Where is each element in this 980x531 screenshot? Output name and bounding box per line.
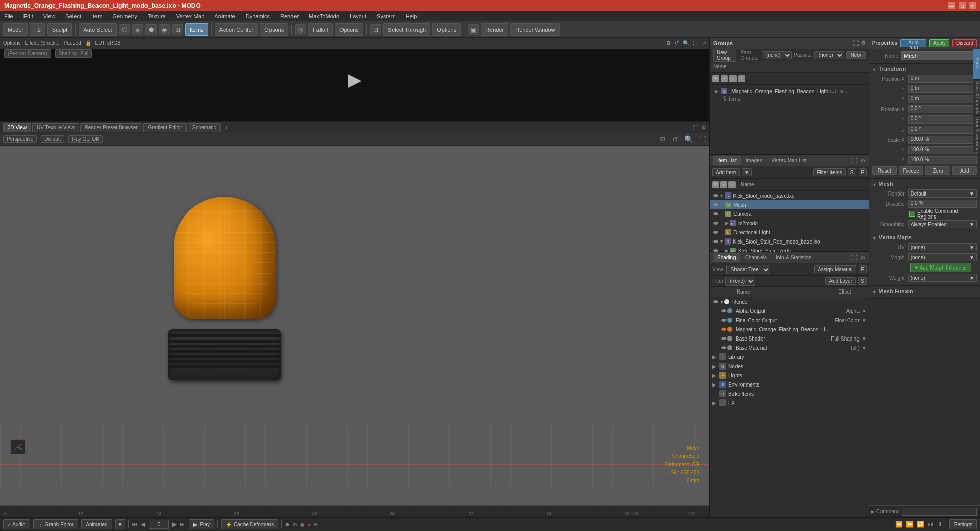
transform-header[interactable]: ▼ Transform [872, 66, 977, 74]
menu-system[interactable]: System [375, 12, 398, 20]
shader-row-lights[interactable]: ▶ ☀ Lights [710, 371, 869, 380]
name-input[interactable] [901, 51, 977, 60]
item-row-scene2[interactable]: ▼ S Kick_Stool_Stair_Red_modo_base.lxo [710, 237, 869, 246]
viewport-canvas[interactable]: Mesh Channels: 0 Deformers: ON GL: 655,4… [0, 146, 709, 505]
toolbar-icon-5[interactable]: ⊞ [172, 24, 183, 35]
preview-ctrl-3[interactable]: 🔍 [683, 40, 689, 46]
vtab-item-channels[interactable]: Item Channels [973, 116, 980, 152]
position-z-value[interactable]: 0 m [908, 95, 977, 103]
select-through-icon[interactable]: ⊡ [370, 24, 381, 35]
tab-channels[interactable]: Channels [741, 253, 771, 262]
tab-info-statistics[interactable]: Info & Statistics [772, 253, 815, 262]
render-icon[interactable]: ▣ [468, 24, 479, 35]
scale-y-value[interactable]: 100.0 % [908, 146, 977, 154]
vis-final-color[interactable] [720, 317, 727, 324]
shading-settings-icon[interactable]: ⚙ [860, 254, 866, 261]
tab-render-preset-browser[interactable]: Render Preset Browser [80, 123, 142, 132]
maximize-button[interactable]: □ [959, 2, 966, 9]
items-expand-icon[interactable]: ⛶ [851, 157, 857, 164]
tab-gradient-editor[interactable]: Gradient Editor [143, 123, 187, 132]
add-layer-s[interactable]: S [858, 277, 867, 285]
cache-deformers-button[interactable]: ⚡ Cache Deformers [221, 519, 278, 529]
playback-icon-3[interactable]: ◉ [300, 522, 305, 527]
vis-base-material[interactable] [720, 344, 727, 351]
smoothing-dropdown[interactable]: Always Enabled ▼ [908, 220, 977, 228]
vertex-maps-header[interactable]: ▼ Vertex Maps [872, 234, 977, 243]
vis-icon-2[interactable]: + [720, 181, 727, 188]
model-button[interactable]: Model [3, 23, 28, 36]
item-row-light[interactable]: L Directional Light [710, 228, 869, 237]
vis-eye-6[interactable] [712, 238, 719, 245]
menu-item[interactable]: Item [89, 12, 104, 20]
item-row-mesh[interactable]: M Mesh [710, 200, 869, 209]
transport-last[interactable]: ⏭ [180, 521, 186, 528]
zero-button[interactable]: Zero [925, 166, 950, 175]
discard-button[interactable]: Discard [952, 39, 977, 47]
transport-back[interactable]: ◀ [141, 521, 145, 528]
tab-uv-texture-view[interactable]: UV Texture View [32, 123, 79, 132]
item-row-scene1[interactable]: ▼ S Kick_Stool_modo_base.lxo [710, 191, 869, 200]
vis-base-shader[interactable] [720, 335, 727, 342]
add-tab-button[interactable]: + [222, 125, 231, 131]
preview-ctrl-1[interactable]: ⚙ [666, 40, 671, 46]
options-button-1[interactable]: Options [260, 23, 288, 36]
item-row-m2modo[interactable]: ▶ m m2modo [710, 219, 869, 228]
shader-row-library[interactable]: ▶ L Library [710, 352, 869, 361]
vtab-mesh[interactable]: Mesh [973, 49, 980, 80]
shader-row-base-material[interactable]: Base Material (all) ▼ [718, 343, 869, 352]
menu-maxtomodo[interactable]: MaxToModo [307, 12, 341, 20]
select-through-button[interactable]: Select Through [383, 23, 430, 36]
preview-ctrl-4[interactable]: ⛶ [693, 40, 698, 46]
position-y-value[interactable]: 0 m [908, 85, 977, 93]
menu-view[interactable]: View [41, 12, 58, 20]
menu-edit[interactable]: Edit [21, 12, 35, 20]
vp3d-expand-icon[interactable]: ⛶ [699, 135, 706, 143]
shading-expand-icon[interactable]: ⛶ [851, 254, 857, 261]
vp3d-search-icon[interactable]: 🔍 [684, 135, 693, 143]
vis-eye-1[interactable] [712, 192, 719, 199]
scale-z-value[interactable]: 100.0 % [908, 156, 977, 164]
shader-row-environments[interactable]: ▶ E Environments [710, 380, 869, 389]
transport-forward[interactable]: ▶ [172, 521, 177, 528]
rotation-z-value[interactable]: 0.0 ° [908, 126, 977, 134]
playback-icon-1[interactable]: ⏺ [285, 522, 290, 527]
timeline-scrollbar[interactable] [0, 505, 709, 510]
menu-vertex-map[interactable]: Vertex Map [174, 12, 207, 20]
add-item-label[interactable]: Add Item [712, 168, 740, 176]
preview-options-label[interactable]: Options [3, 40, 20, 46]
shader-row-base-shader[interactable]: Base Shader Full Shading ▼ [718, 334, 869, 343]
pass-groups-select[interactable]: (none) [762, 51, 792, 59]
mesh-header[interactable]: ▼ Mesh [872, 181, 977, 189]
action-center-button[interactable]: Action Center [215, 23, 258, 36]
new-pass-button[interactable]: New [846, 51, 866, 59]
bottom-misc-2[interactable]: ⏩ [906, 521, 914, 528]
render-camera-label[interactable]: (Render Camera) [4, 49, 51, 58]
toolbar-icon-1[interactable]: ⬡ [119, 24, 130, 35]
vp-settings-icon[interactable]: ⚙ [701, 124, 706, 131]
animated-button[interactable]: Animated [81, 519, 112, 529]
vis-eye-3[interactable] [712, 210, 719, 218]
add-layer-label[interactable]: Add Layer [825, 277, 856, 285]
options-button-2[interactable]: Options [335, 23, 363, 36]
menu-layout[interactable]: Layout [348, 12, 369, 20]
vis-icon-3[interactable]: × [728, 181, 736, 188]
morph-dropdown[interactable]: (none) ▼ [908, 253, 977, 261]
items-s-icon[interactable]: S [848, 168, 856, 176]
render-button[interactable]: Render [481, 23, 508, 36]
items-button[interactable]: Items [185, 23, 208, 36]
filter-select[interactable]: (none) [725, 277, 755, 286]
vis-alpha[interactable] [720, 307, 727, 315]
items-settings-icon[interactable]: ⚙ [860, 157, 866, 164]
tab-images[interactable]: Images [742, 156, 767, 165]
audio-button[interactable]: ♪ Audio [3, 519, 30, 529]
shader-tree-select[interactable]: Shader Tree [726, 265, 770, 274]
preview-ctrl-5[interactable]: ↗ [702, 40, 706, 46]
shader-row-nodes[interactable]: ▶ N Nodes [710, 361, 869, 371]
preview-lut-label[interactable]: LUT: sRGB [95, 40, 121, 46]
menu-dynamics[interactable]: Dynamics [243, 12, 272, 20]
menu-texture[interactable]: Texture [145, 12, 168, 20]
ray-gl-label[interactable]: Ray GL: Off [68, 135, 103, 143]
shading-label[interactable]: Shading: Full [55, 49, 92, 58]
items-f-icon[interactable]: F [859, 168, 867, 176]
sculpt-button[interactable]: Sculpt [47, 23, 72, 36]
